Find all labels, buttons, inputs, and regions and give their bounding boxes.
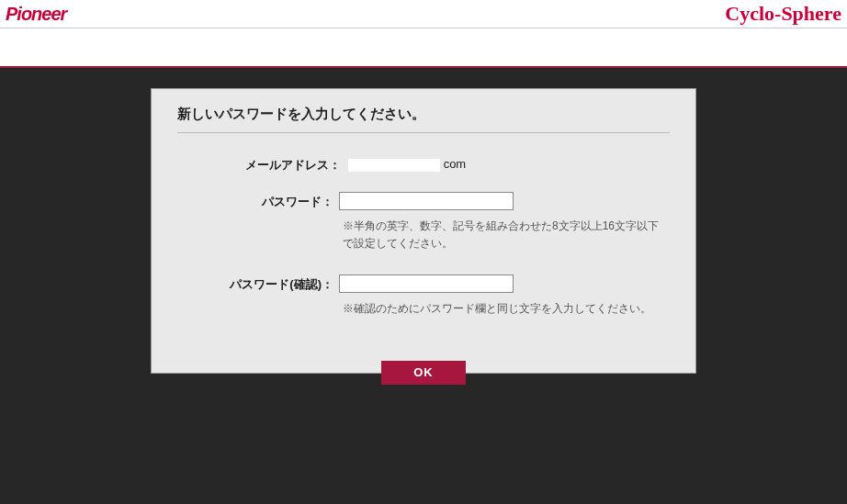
brand-logo-right: Cyclo-Sphere [725,2,841,26]
email-label: メールアドレス： [177,155,343,174]
password-input[interactable] [339,192,514,210]
email-suffix: com [444,157,467,171]
brand-logo-left: Pioneer [6,4,66,25]
email-row: メールアドレス： com [177,155,670,174]
password-value-area: ※半角の英字、数字、記号を組み合わせた8文字以上16文字以下で設定してください。 [335,192,670,269]
password-label: パスワード： [177,192,335,210]
password-confirm-hint: ※確認のためにパスワード欄と同じ文字を入力してください。 [339,300,670,318]
dark-panel: 新しいパスワードを入力してください。 メールアドレス： com パスワード： ※… [0,66,847,504]
password-confirm-value-area: ※確認のためにパスワード欄と同じ文字を入力してください。 [335,274,670,334]
password-confirm-row: パスワード(確認)： ※確認のためにパスワード欄と同じ文字を入力してください。 [177,274,670,334]
password-hint: ※半角の英字、数字、記号を組み合わせた8文字以上16文字以下で設定してください。 [339,218,670,252]
email-masked-part [348,159,440,172]
ok-button[interactable]: OK [381,361,466,385]
email-value-area: com [343,155,670,172]
main-area: 新しいパスワードを入力してください。 メールアドレス： com パスワード： ※… [0,28,847,504]
header: Pioneer Cyclo-Sphere [0,0,847,28]
email-value: com [346,157,466,172]
button-row: OK [177,361,670,385]
form-title: 新しいパスワードを入力してください。 [177,106,670,133]
password-confirm-input[interactable] [339,274,514,293]
password-row: パスワード： ※半角の英字、数字、記号を組み合わせた8文字以上16文字以下で設定… [177,192,670,269]
password-form-card: 新しいパスワードを入力してください。 メールアドレス： com パスワード： ※… [151,88,696,374]
password-confirm-label: パスワード(確認)： [177,274,335,293]
